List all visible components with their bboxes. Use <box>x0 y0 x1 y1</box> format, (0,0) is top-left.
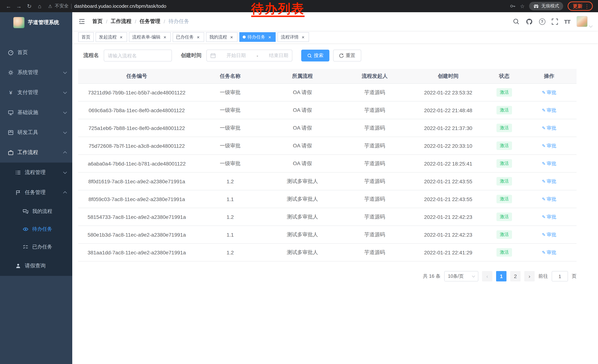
approve-link[interactable]: ✎审批 <box>542 231 556 238</box>
cell-created-time: 2022-01-21 22:43:55 <box>410 196 487 202</box>
tab-4[interactable]: 我的流程× <box>206 32 238 42</box>
table-row[interactable]: a6aba0a4-7b6d-11ec-b781-acde48001122 一级审… <box>78 155 576 173</box>
incognito-badge: 无痕模式 <box>529 2 563 10</box>
cell-status: 激活 <box>487 106 522 114</box>
sidebar-item-done-task[interactable]: 已办任务 <box>0 238 72 256</box>
table-row[interactable]: 8f0d1619-7ac8-11ec-a9e2-a2380e71991a 1.2… <box>78 173 576 190</box>
forward-icon[interactable]: → <box>14 1 24 11</box>
cell-process: 测试多审批人 <box>265 231 340 238</box>
sidebar-item-infrastructure[interactable]: 基础设施 <box>0 103 72 122</box>
table-row[interactable]: 73211d9d-7b9b-11ec-b5b7-acde48001122 一级审… <box>78 84 576 101</box>
approve-link[interactable]: ✎审批 <box>542 213 556 220</box>
approve-link-label: 审批 <box>547 196 556 202</box>
avatar[interactable] <box>576 16 588 27</box>
column-header-process: 所属流程 <box>265 73 340 80</box>
table-row[interactable]: 75d72608-7b7f-11ec-a3c8-acde48001122 一级审… <box>78 137 576 155</box>
font-size-icon[interactable]: TT <box>564 18 570 25</box>
address-bar[interactable]: ⚠ 不安全 dashboard.yudao.iocoder.cn/bpm/tas… <box>48 3 166 9</box>
prev-page-button[interactable]: ‹ <box>482 271 492 281</box>
table-row[interactable]: 8f059c03-7ac8-11ec-a9e2-a2380e71991a 1.1… <box>78 190 576 208</box>
page-size-select[interactable]: 10条/页 <box>444 271 478 281</box>
process-name-field[interactable] <box>104 50 172 61</box>
table-row[interactable]: 069c6a63-7b8a-11ec-8ef0-acde48001122 一级审… <box>78 101 576 119</box>
table-row[interactable]: 725a1eb6-7b88-11ec-8ef0-acde48001122 一级审… <box>78 119 576 137</box>
github-icon[interactable] <box>526 18 533 25</box>
page-button-2[interactable]: 2 <box>510 271 521 281</box>
tab-close-icon[interactable]: × <box>162 34 167 40</box>
breadcrumb-item-0[interactable]: 首页 <box>92 18 103 25</box>
table-row[interactable]: 580e1b3d-7ac8-11ec-a9e2-a2380e71991a 1.1… <box>78 226 576 244</box>
calendar-icon <box>210 53 216 58</box>
sidebar-item-process-mgmt[interactable]: 流程管理 <box>0 162 72 183</box>
cell-action: ✎审批 <box>522 213 576 220</box>
cell-action: ✎审批 <box>522 231 576 238</box>
sidebar-toggle-icon[interactable] <box>78 18 86 25</box>
search-button[interactable]: 搜索 <box>301 50 329 61</box>
tab-close-icon[interactable]: × <box>119 34 124 40</box>
sidebar-item-label: 请假查询 <box>25 263 46 269</box>
table-row[interactable]: 58154733-7ac8-11ec-a9e2-a2380e71991a 1.2… <box>78 208 576 226</box>
breadcrumb-item-2[interactable]: 任务管理 <box>140 18 160 25</box>
cell-task-id: 580e1b3d-7ac8-11ec-a9e2-a2380e71991a <box>78 232 195 238</box>
column-header-action: 操作 <box>522 73 576 80</box>
sidebar-item-system-mgmt[interactable]: 系统管理 <box>0 63 72 83</box>
browser-menu-icon[interactable]: ⋮ <box>584 3 590 9</box>
flag-icon <box>15 190 22 195</box>
breadcrumb-item-3: 待办任务 <box>168 18 189 25</box>
update-menu-button[interactable]: 更新 ⋮ <box>568 1 593 11</box>
approve-link[interactable]: ✎审批 <box>542 178 556 185</box>
cell-task-id: 725a1eb6-7b88-11ec-8ef0-acde48001122 <box>78 125 195 131</box>
fullscreen-icon[interactable] <box>551 18 558 25</box>
refresh-icon[interactable]: ↻ <box>25 1 34 11</box>
chevron-up-icon <box>63 191 67 195</box>
process-name-input[interactable] <box>108 53 168 58</box>
sidebar-item-home[interactable]: 首页 <box>0 43 72 63</box>
user-menu[interactable] <box>576 16 592 27</box>
sidebar-item-task-mgmt[interactable]: 任务管理 <box>0 183 72 202</box>
bookmark-star-icon[interactable]: ☆ <box>520 3 525 9</box>
approve-link-label: 审批 <box>547 160 556 167</box>
tab-1[interactable]: 发起流程× <box>96 32 127 42</box>
monitor-icon <box>8 110 14 115</box>
sidebar-item-payment-mgmt[interactable]: ¥ 支付管理 <box>0 83 72 103</box>
approve-link[interactable]: ✎审批 <box>542 142 556 149</box>
tab-close-icon[interactable]: × <box>267 34 272 40</box>
approve-link[interactable]: ✎审批 <box>542 196 556 202</box>
tab-3[interactable]: 已办任务× <box>173 32 204 42</box>
search-icon[interactable] <box>513 18 519 25</box>
status-badge: 激活 <box>497 124 512 132</box>
back-icon[interactable]: ← <box>4 1 13 11</box>
date-range-picker[interactable]: 开始日期 - 结束日期 <box>206 50 292 61</box>
sidebar-item-todo-task[interactable]: 待办任务 <box>0 220 72 238</box>
sidebar-item-my-process[interactable]: 我的流程 <box>0 202 72 220</box>
tab-close-icon[interactable]: × <box>229 34 234 40</box>
approve-link[interactable]: ✎审批 <box>542 89 556 96</box>
todo-task-table: 任务编号 任务名称 所属流程 流程发起人 创建时间 状态 操作 73211d9d… <box>78 69 576 261</box>
tab-0[interactable]: 首页 <box>78 32 94 42</box>
tab-5[interactable]: 待办任务× <box>239 32 276 42</box>
approve-link[interactable]: ✎审批 <box>542 107 556 113</box>
tab-2[interactable]: 流程表单-编辑× <box>129 32 171 42</box>
approve-link[interactable]: ✎审批 <box>542 125 556 131</box>
sidebar-item-devtools[interactable]: 研发工具 <box>0 122 72 143</box>
approve-link[interactable]: ✎审批 <box>542 249 556 256</box>
table-row[interactable]: 381aa1dd-7ac8-11ec-a9e2-a2380e71991a 1.2… <box>78 244 576 261</box>
tab-6[interactable]: 流程详情× <box>277 32 309 42</box>
help-icon[interactable]: ? <box>539 18 545 25</box>
approve-link[interactable]: ✎审批 <box>542 160 556 167</box>
sidebar-item-workflow[interactable]: 工作流程 <box>0 143 72 162</box>
edit-icon: ✎ <box>542 161 546 166</box>
breadcrumb-item-1[interactable]: 工作流程 <box>111 18 132 25</box>
logo-image <box>13 17 24 28</box>
filter-bar: 流程名 创建时间 开始日期 - 结束日期 <box>78 50 576 61</box>
goto-page-input[interactable] <box>552 271 568 281</box>
home-icon[interactable]: ⌂ <box>35 1 44 11</box>
reset-button[interactable]: 重置 <box>333 50 361 61</box>
tab-close-icon[interactable]: × <box>196 34 201 40</box>
next-page-button[interactable]: › <box>524 271 535 281</box>
key-icon[interactable] <box>510 3 515 9</box>
app-logo[interactable]: 芋道管理系统 <box>0 12 72 33</box>
sidebar-item-leave-query[interactable]: 请假查询 <box>0 256 72 276</box>
page-button-1[interactable]: 1 <box>496 271 507 281</box>
tab-close-icon[interactable]: × <box>300 34 306 40</box>
